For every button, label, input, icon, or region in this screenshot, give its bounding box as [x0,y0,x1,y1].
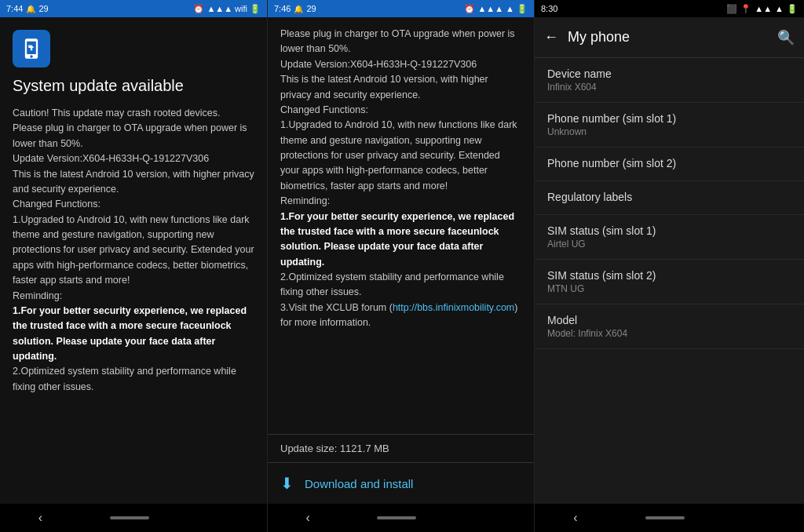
p2-scroll-content: Please plug in charger to OTA upgrade wh… [268,17,534,434]
p2-changed: Changed Functions: [280,104,368,115]
settings-item-sim-status-2[interactable]: SIM status (sim slot 2) MTN UG [535,260,804,304]
nav-bar-1: ‹ [0,504,267,532]
phone-update-icon [20,38,42,60]
settings-item-phone-sim1[interactable]: Phone number (sim slot 1) Unknown [535,103,804,148]
p1-title: System update available [13,77,254,95]
app-bar-my-phone: ← My phone 🔍 [535,17,804,58]
settings-item-sim-status-1[interactable]: SIM status (sim slot 1) Airtel UG [535,215,804,260]
search-icon-3[interactable]: 🔍 [777,29,795,46]
phone-sim2-label: Phone number (sim slot 2) [547,157,791,169]
panel-my-phone: 8:30 ⬛ 📍 ▲▲ ▲ 🔋 ← My phone 🔍 Device name… [534,0,804,532]
home-pill-3[interactable] [645,516,685,519]
location-icon-3: 📍 [740,4,751,14]
p2-bold: 1.For your better security experience, w… [280,211,514,268]
status-bar-left-2: 7:46 🔔 29 [274,4,316,13]
battery-icon-full-1: 🔋 [250,4,261,14]
sim-status-1-label: SIM status (sim slot 1) [547,224,791,237]
settings-item-regulatory[interactable]: Regulatory labels [535,181,804,215]
battery-icon-3: 🔋 [787,4,798,14]
signal-icon-2: ▲▲▲ [477,4,503,13]
sim-status-1-value: Airtel UG [547,239,791,250]
p2-item1: 1.Upgraded to Android 10, with new funct… [280,119,517,191]
status-bar-3: 8:30 ⬛ 📍 ▲▲ ▲ 🔋 [535,0,804,17]
download-label: Download and install [305,477,413,490]
time-2: 7:46 [274,4,291,13]
back-button-1[interactable]: ‹ [29,508,52,528]
battery-icon-1: 🔔 [26,5,35,13]
battery-icon-2: 🔋 [517,4,528,14]
p2-remind: Reminding: [280,195,330,206]
nav-bar-2: ‹ [268,504,534,532]
settings-item-phone-sim2[interactable]: Phone number (sim slot 2) [535,148,804,181]
panel-update-details: 7:46 🔔 29 ⏰ ▲▲▲ ▲ 🔋 Please plug in charg… [267,0,534,532]
battery-num-2: 29 [306,4,316,13]
model-label: Model [547,314,791,326]
panel-system-update: 7:44 🔔 29 ⏰ ▲▲▲ wifi 🔋 System update ava… [0,0,267,532]
p2-intro: Please plug in charger to OTA upgrade wh… [280,28,515,54]
p1-body-bold: 1.For your better security experience, w… [13,305,247,362]
p1-body-caution: Caution! This update may crash rooted de… [13,107,254,301]
settings-item-model[interactable]: Model Model: Infinix X604 [535,304,804,349]
home-pill-2[interactable] [377,516,416,519]
wifi-icon-2: ▲ [506,4,514,13]
download-install-button[interactable]: ⬇ Download and install [268,463,534,504]
sim-status-2-value: MTN UG [547,283,791,294]
device-name-value: Infinix X604 [547,82,791,93]
settings-list: Device name Infinix X604 Phone number (s… [535,58,804,504]
p2-item3: 3.Visit the XCLUB forum (http://bbs.infi… [280,302,517,328]
status-bar-right-1: ⏰ ▲▲▲ wifi 🔋 [193,4,261,14]
update-size-row: Update size: 1121.7 MB [268,434,534,463]
model-value: Model: Infinix X604 [547,328,791,339]
p1-body: Caution! This update may crash rooted de… [13,106,254,395]
status-bar-left-1: 7:44 🔔 29 [6,4,49,13]
xclub-link[interactable]: http://bbs.infinixmobility.com [393,302,514,313]
nav-bar-3: ‹ [535,504,804,532]
app-bar-title: My phone [568,29,768,46]
update-icon-badge [13,30,50,67]
download-arrow-icon: ⬇ [280,474,294,493]
signal-icon-3: ▲▲ [755,4,772,13]
device-name-label: Device name [547,67,791,80]
wifi-icon-3: ▲ [775,4,784,13]
alarm-icon-3: ⬛ [726,4,737,14]
p2-body: Please plug in charger to OTA upgrade wh… [280,27,521,331]
back-button-2[interactable]: ‹ [297,508,320,528]
sim-status-2-label: SIM status (sim slot 2) [547,269,791,282]
update-size-label: Update size: [280,443,337,454]
signal-icon-1: ▲▲▲ [206,4,232,13]
p2-android: This is the latest Android 10 version, w… [280,74,488,100]
battery-num-1: 29 [38,4,48,13]
home-pill-1[interactable] [110,516,149,519]
p1-scroll-content: System update available Caution! This up… [0,17,267,504]
alarm-icon-2: ⏰ [464,4,475,14]
p2-version: Update Version:X604-H633H-Q-191227V306 [280,59,477,70]
status-bar-right-2: ⏰ ▲▲▲ ▲ 🔋 [464,4,528,14]
back-button-3[interactable]: ← [544,29,558,46]
p1-body-2: 2.Optimized system stability and perform… [13,366,236,392]
status-icons-3: ⬛ 📍 ▲▲ ▲ 🔋 [726,4,798,14]
phone-sim1-label: Phone number (sim slot 1) [547,112,791,125]
phone-sim1-value: Unknown [547,126,791,137]
regulatory-label: Regulatory labels [547,191,791,203]
settings-item-device-name[interactable]: Device name Infinix X604 [535,58,804,103]
status-bar-1: 7:44 🔔 29 ⏰ ▲▲▲ wifi 🔋 [0,0,267,17]
alarm-icon-1: ⏰ [193,4,204,14]
back-button-nav-3[interactable]: ‹ [564,508,587,528]
time-3: 8:30 [541,4,557,13]
status-bar-2: 7:46 🔔 29 ⏰ ▲▲▲ ▲ 🔋 [268,0,534,17]
time-1: 7:44 [6,4,23,13]
update-size-value: 1121.7 MB [340,443,389,454]
p2-item2: 2.Optimized system stability and perform… [280,271,504,297]
wifi-icon-1: wifi [235,4,247,13]
notif-icon-2: 🔔 [294,5,303,13]
